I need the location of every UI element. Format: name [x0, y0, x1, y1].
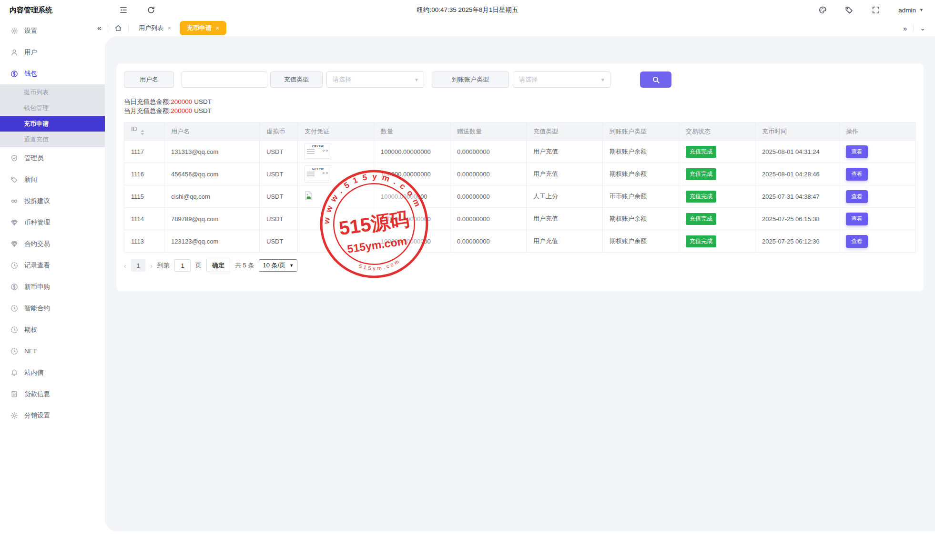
recharge-type-select[interactable]: 请选择 ▼	[326, 71, 424, 88]
view-button[interactable]: 查看	[846, 235, 868, 248]
sidebar-item-nft[interactable]: NFT	[0, 340, 105, 362]
deposit-table: ID用户名虚拟币支付凭证数量赠送数量充值类型到账账户类型交易状态充币时间操作 1…	[124, 122, 916, 253]
close-icon[interactable]: ×	[168, 25, 171, 31]
clock-icon	[10, 326, 18, 334]
divider	[913, 24, 914, 32]
gear-icon	[10, 412, 18, 419]
column-header[interactable]: ID	[124, 122, 164, 141]
status-badge: 充值完成	[686, 191, 716, 203]
table-row-1116: 1116456456@qq.comUSDTCRYPW100000.0000000…	[124, 163, 916, 185]
sidebar-item-wallet[interactable]: 钱包	[0, 63, 105, 84]
username-input[interactable]	[182, 71, 267, 88]
sidebar-item-label: NFT	[24, 347, 37, 355]
sidebar-item-options[interactable]: 期权	[0, 319, 105, 340]
cell-voucher	[298, 185, 374, 208]
cell-recharge-type: 用户充值	[527, 141, 603, 163]
sidebar-item-coin-manage[interactable]: 币种管理	[0, 212, 105, 233]
gem-icon	[10, 219, 18, 226]
cell-bonus: 0.00000000	[450, 208, 527, 230]
cell-bonus: 0.00000000	[450, 230, 527, 253]
home-icon[interactable]	[114, 24, 122, 32]
sidebar-item-distribution[interactable]: 分销设置	[0, 405, 105, 426]
select-placeholder: 请选择	[519, 75, 538, 84]
page-word-label: 页	[195, 261, 202, 270]
cell-action: 查看	[839, 185, 916, 208]
view-button[interactable]: 查看	[846, 213, 868, 225]
sidebar-subitem-withdraw-list[interactable]: 提币列表	[0, 84, 105, 100]
next-page-icon[interactable]: ›	[150, 262, 152, 270]
tab-menu-chevron-icon[interactable]: ⌄	[920, 24, 925, 32]
view-button[interactable]: 查看	[846, 145, 868, 158]
daily-total-value: 200000	[171, 98, 192, 105]
cell-username: cishi@qq.com	[164, 185, 260, 208]
sidebar-subitem-channel-recharge[interactable]: 通道充值	[0, 132, 105, 147]
user-icon	[10, 49, 18, 56]
sidebar-subitem-deposit-request[interactable]: 充币申请	[0, 116, 105, 132]
sidebar-item-loans[interactable]: 贷款信息	[0, 383, 105, 405]
goto-page-input[interactable]: 1	[174, 259, 191, 272]
page-size-select[interactable]: 10 条/页 ▼	[259, 259, 297, 272]
sidebar-item-messages[interactable]: 站内信	[0, 362, 105, 383]
app-window: 内容管理系统 纽约:00:47:35 2025年8月1日星期五 admin ▼	[0, 0, 935, 560]
cell-time: 2025-07-31 04:38:47	[755, 185, 839, 208]
prev-page-icon[interactable]: ‹	[124, 262, 126, 270]
account-type-select[interactable]: 请选择 ▼	[513, 71, 610, 88]
sidebar-item-label: 智能合约	[24, 304, 50, 313]
dollar-icon	[10, 283, 18, 291]
payment-voucher-thumbnail[interactable]: CRYPW	[305, 143, 331, 160]
sidebar-item-smart-contract[interactable]: 智能合约	[0, 297, 105, 319]
cell-amount: 100000.00000000	[374, 163, 450, 185]
collapse-tabs-right-icon[interactable]: »	[903, 25, 907, 32]
cell-voucher: CRYPW	[298, 141, 374, 163]
cell-username: 789789@qq.com	[164, 208, 260, 230]
goto-label: 到第	[157, 261, 170, 270]
cell-username: 131313@qq.com	[164, 141, 260, 163]
cell-account-type: 期权账户余额	[603, 208, 679, 230]
tag-icon	[10, 176, 18, 183]
account-type-filter-label: 到账账户类型	[432, 71, 509, 88]
sidebar-item-label: 期权	[24, 326, 37, 334]
cell-action: 查看	[839, 230, 916, 253]
tag-icon[interactable]	[845, 6, 854, 14]
sidebar-subitem-wallet-manage[interactable]: 钱包管理	[0, 100, 105, 116]
broken-image-icon	[305, 191, 313, 200]
table-row-1114: 1114789789@qq.comUSDT100000.000000000.00…	[124, 208, 916, 230]
refresh-icon[interactable]	[147, 6, 155, 14]
view-button[interactable]: 查看	[846, 190, 868, 203]
sidebar-item-label: 管理员	[24, 154, 44, 163]
shield-icon	[10, 154, 18, 162]
sidebar-item-records[interactable]: 记录查看	[0, 255, 105, 276]
deposit-request-card: 用户名 充值类型 请选择 ▼ 到账账户类型 请选择 ▼	[116, 63, 924, 291]
sidebar-item-admins[interactable]: 管理员	[0, 147, 105, 169]
sidebar-item-feedback[interactable]: 投拆建议	[0, 190, 105, 212]
payment-voucher-thumbnail[interactable]: CRYPW	[305, 165, 331, 183]
confirm-button[interactable]: 确定	[206, 259, 230, 272]
collapse-menu-icon[interactable]	[119, 6, 128, 14]
sidebar-item-users[interactable]: 用户	[0, 41, 105, 63]
sidebar-item-contract-trade[interactable]: 合约交易	[0, 233, 105, 255]
total-count-label: 共 5 条	[235, 261, 254, 270]
sort-icon[interactable]	[141, 128, 144, 137]
user-name: admin	[898, 7, 916, 14]
tabbar: « 用户列表 × 充币申请 × » ⌄	[0, 20, 935, 36]
cell-coin: USDT	[260, 163, 298, 185]
collapse-tabs-left-icon[interactable]: «	[97, 24, 102, 32]
view-button[interactable]: 查看	[846, 168, 868, 181]
cell-amount: 100000.00000000	[374, 141, 450, 163]
cell-amount: 10000.00000000	[374, 185, 450, 208]
search-button[interactable]	[640, 71, 671, 88]
chevron-down-icon: ▼	[414, 77, 419, 82]
tab-deposit-request[interactable]: 充币申请 ×	[180, 21, 226, 35]
theme-palette-icon[interactable]	[818, 6, 827, 14]
cell-username: 456456@qq.com	[164, 163, 260, 185]
fullscreen-icon[interactable]	[872, 6, 880, 14]
sidebar-item-label: 记录查看	[24, 261, 50, 270]
user-menu[interactable]: admin ▼	[898, 7, 924, 14]
sidebar-item-news[interactable]: 新闻	[0, 169, 105, 190]
page-number-button[interactable]: 1	[131, 259, 145, 272]
sidebar-item-new-coin[interactable]: 新币申购	[0, 276, 105, 297]
cell-username: 123123@qq.com	[164, 230, 260, 253]
close-icon[interactable]: ×	[216, 25, 219, 31]
tab-user-list[interactable]: 用户列表 ×	[135, 24, 175, 32]
cell-voucher	[298, 208, 374, 230]
